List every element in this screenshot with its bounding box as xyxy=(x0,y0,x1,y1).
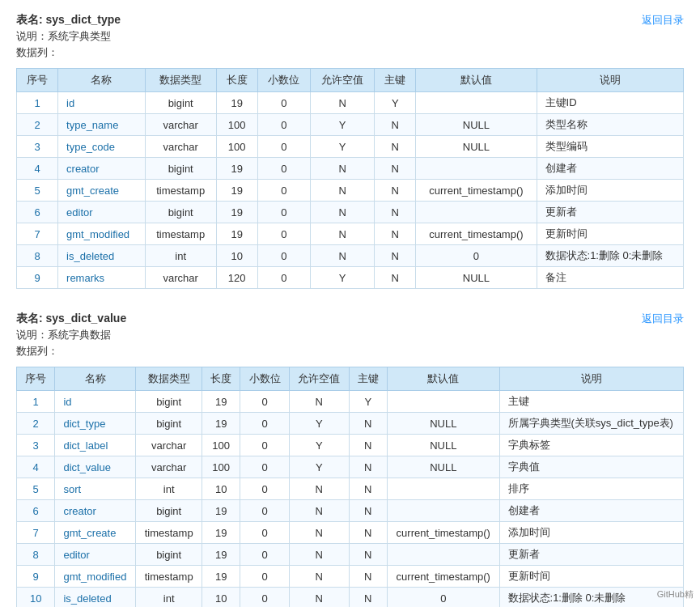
cell-decimal: 0 xyxy=(257,114,310,136)
cell-seq: 5 xyxy=(17,478,55,500)
cell-desc: 类型编码 xyxy=(537,136,683,158)
cell-decimal: 0 xyxy=(257,136,310,158)
th-seq-2: 序号 xyxy=(17,367,55,391)
cell-nullable: N xyxy=(289,544,349,566)
cell-seq: 8 xyxy=(17,544,55,566)
cell-pk: N xyxy=(375,180,416,202)
cell-default: NULL xyxy=(387,456,499,478)
table1-thead: 序号 名称 数据类型 长度 小数位 允许空值 主键 默认值 说明 xyxy=(17,69,684,92)
th-name-2: 名称 xyxy=(55,367,136,391)
table-row: 5 sort int 10 0 N N 排序 xyxy=(17,478,684,500)
table-row: 2 type_name varchar 100 0 Y N NULL 类型名称 xyxy=(17,114,684,136)
table-row: 5 gmt_create timestamp 19 0 N N current_… xyxy=(17,180,684,202)
th-len-2: 长度 xyxy=(202,367,240,391)
table1-meta: 表名: sys_dict_type 说明：系统字典类型 数据列： xyxy=(16,13,121,65)
cell-seq: 3 xyxy=(17,435,55,456)
cell-nullable: N xyxy=(289,522,349,544)
cell-nullable: Y xyxy=(310,136,374,158)
cell-seq: 1 xyxy=(17,92,58,114)
cell-type: varchar xyxy=(145,136,216,158)
table1-tbody: 1 id bigint 19 0 N Y 主键ID 2 type_name va… xyxy=(17,92,684,289)
cell-nullable: Y xyxy=(289,456,349,478)
table1-desc: 说明：系统字典类型 xyxy=(16,29,121,44)
cell-len: 19 xyxy=(202,500,240,522)
cell-len: 19 xyxy=(216,158,257,180)
cell-len: 120 xyxy=(216,267,257,289)
cell-name: dict_type xyxy=(55,413,136,435)
cell-name: id xyxy=(55,391,136,413)
cell-seq: 10 xyxy=(17,588,55,608)
cell-len: 19 xyxy=(216,92,257,114)
table2-tbody: 1 id bigint 19 0 N Y 主键 2 dict_type bigi… xyxy=(17,391,684,608)
cell-nullable: Y xyxy=(289,413,349,435)
cell-desc: 所属字典类型(关联sys_dict_type表) xyxy=(499,413,683,435)
cell-len: 100 xyxy=(202,456,240,478)
cell-type: bigint xyxy=(145,92,216,114)
cell-type: timestamp xyxy=(136,566,202,588)
table-row: 3 type_code varchar 100 0 Y N NULL 类型编码 xyxy=(17,136,684,158)
th-seq-1: 序号 xyxy=(17,69,58,92)
cell-type: bigint xyxy=(136,391,202,413)
table-row: 2 dict_type bigint 19 0 Y N NULL 所属字典类型(… xyxy=(17,413,684,435)
cell-desc: 添加时间 xyxy=(499,522,683,544)
cell-default: NULL xyxy=(416,136,537,158)
th-desc-2: 说明 xyxy=(499,367,683,391)
cell-nullable: Y xyxy=(289,435,349,456)
cell-decimal: 0 xyxy=(257,158,310,180)
table-row: 1 id bigint 19 0 N Y 主键 xyxy=(17,391,684,413)
cell-decimal: 0 xyxy=(257,267,310,289)
cell-name: type_code xyxy=(58,136,146,158)
table-row: 6 creator bigint 19 0 N N 创建者 xyxy=(17,500,684,522)
cell-decimal: 0 xyxy=(240,588,290,608)
th-default-2: 默认值 xyxy=(387,367,499,391)
cell-desc: 创建者 xyxy=(499,500,683,522)
section-header-1: 表名: sys_dict_type 说明：系统字典类型 数据列： 返回目录 xyxy=(16,13,684,65)
cell-nullable: N xyxy=(289,500,349,522)
cell-nullable: Y xyxy=(310,267,374,289)
cell-type: varchar xyxy=(145,114,216,136)
th-pk-2: 主键 xyxy=(349,367,387,391)
th-decimal-2: 小数位 xyxy=(240,367,290,391)
cell-seq: 7 xyxy=(17,522,55,544)
cell-seq: 6 xyxy=(17,202,58,223)
table1-header-row: 序号 名称 数据类型 长度 小数位 允许空值 主键 默认值 说明 xyxy=(17,69,684,92)
th-len-1: 长度 xyxy=(216,69,257,92)
cell-desc: 数据状态:1:删除 0:未删除 xyxy=(499,588,683,608)
cell-default: NULL xyxy=(387,435,499,456)
cell-decimal: 0 xyxy=(257,245,310,267)
cell-default: current_timestamp() xyxy=(387,566,499,588)
cell-desc: 添加时间 xyxy=(537,180,683,202)
table1-columns-label: 数据列： xyxy=(16,45,121,60)
cell-name: gmt_create xyxy=(58,180,146,202)
cell-pk: N xyxy=(349,522,387,544)
cell-nullable: Y xyxy=(310,114,374,136)
cell-type: bigint xyxy=(145,158,216,180)
cell-name: gmt_create xyxy=(55,522,136,544)
table-row: 6 editor bigint 19 0 N N 更新者 xyxy=(17,202,684,223)
github-badge: GitHub精 xyxy=(657,588,694,601)
th-pk-1: 主键 xyxy=(375,69,416,92)
cell-nullable: N xyxy=(289,566,349,588)
cell-seq: 4 xyxy=(17,158,58,180)
cell-desc: 创建者 xyxy=(537,158,683,180)
cell-seq: 3 xyxy=(17,136,58,158)
table1-data-table: 序号 名称 数据类型 长度 小数位 允许空值 主键 默认值 说明 1 id bi… xyxy=(16,68,684,289)
cell-default: NULL xyxy=(416,114,537,136)
cell-name: remarks xyxy=(58,267,146,289)
cell-decimal: 0 xyxy=(240,522,290,544)
cell-nullable: N xyxy=(289,391,349,413)
cell-default xyxy=(416,158,537,180)
section-sys-dict-value: 表名: sys_dict_value 说明：系统字典数据 数据列： 返回目录 序… xyxy=(16,312,684,607)
cell-seq: 4 xyxy=(17,456,55,478)
table2-back-link[interactable]: 返回目录 xyxy=(642,312,684,326)
cell-decimal: 0 xyxy=(240,435,290,456)
cell-seq: 2 xyxy=(17,413,55,435)
cell-decimal: 0 xyxy=(257,202,310,223)
cell-seq: 7 xyxy=(17,223,58,245)
cell-decimal: 0 xyxy=(240,544,290,566)
cell-len: 100 xyxy=(216,136,257,158)
table1-back-link[interactable]: 返回目录 xyxy=(642,13,684,28)
section-header-2: 表名: sys_dict_value 说明：系统字典数据 数据列： 返回目录 xyxy=(16,312,684,363)
cell-desc: 主键ID xyxy=(537,92,683,114)
cell-desc: 更新时间 xyxy=(537,223,683,245)
